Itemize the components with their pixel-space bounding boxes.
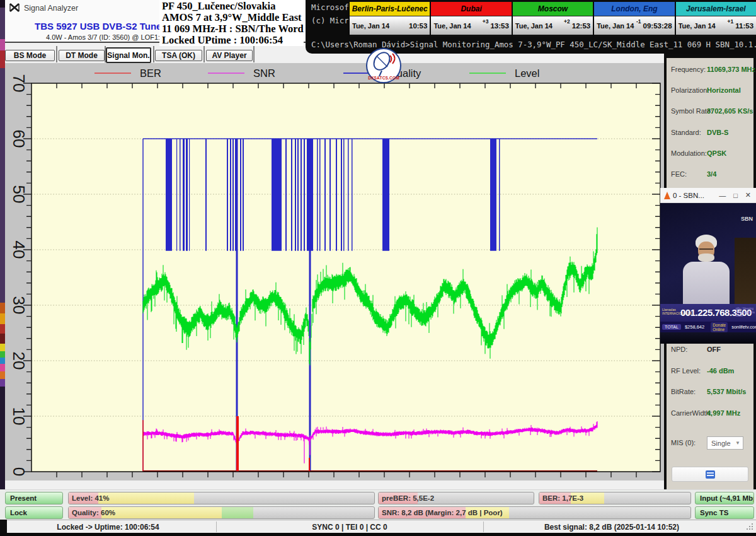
save-snapshot-button[interactable] — [672, 467, 748, 482]
vlc-window: 0 - SBN... — □ ✕ SBN LlamadasINTERNACION… — [660, 188, 756, 344]
y-axis-label: 30 — [8, 294, 30, 317]
terminal-line-2: (c) Micro — [311, 16, 353, 25]
info-value: QPSK — [707, 149, 726, 157]
tab-signal-mon[interactable]: Signal Mon. — [106, 47, 151, 63]
clock-city-label: Berlin-Paris-Lučenec — [350, 2, 430, 16]
info-value: OFF — [707, 346, 721, 353]
info-label: NPD: — [671, 346, 687, 353]
signal-chart-panel: BERSNRQualityLevel 010203040506070 — [5, 63, 664, 481]
screen: Signal Analyzer TBS 5927 USB DVB-S2 Tune… — [0, 0, 756, 536]
desktop-edge-strip — [0, 0, 5, 489]
tab-dt-mode[interactable]: DT Mode — [59, 50, 105, 61]
tuner-name: TBS 5927 USB DVB-S2 Tuner — [35, 21, 165, 32]
clock-time: 12:53 — [572, 22, 590, 30]
bar-label: Quality: 60% — [72, 507, 115, 518]
vlc-minimize-button[interactable]: — — [719, 192, 726, 199]
vlc-video[interactable]: SBN LlamadasINTERNACIONALES 001.225.768.… — [660, 203, 756, 344]
bar-label: SNR: 8,2 dB (Margin: 2,7 dB | Poor) — [382, 507, 503, 518]
grip-dot — [752, 526, 753, 527]
clock-time: 11:53 — [735, 22, 753, 30]
clock-time: 09:53:28 — [643, 22, 672, 30]
total-label: TOTAL — [662, 324, 681, 330]
grip-dot — [749, 528, 750, 530]
legend-snr: SNR — [208, 66, 275, 80]
window-title: Signal Analyzer — [24, 4, 78, 13]
studio-desk — [660, 332, 756, 344]
info-label: BitRate: — [671, 388, 696, 395]
tab-av-player[interactable]: AV Player — [206, 50, 253, 61]
strip-segment — [0, 364, 5, 371]
clock-date: Tue, Jan 14 — [597, 22, 634, 30]
overlay-line-2: AMOS 7 at 3,9°W_Middle East — [162, 12, 304, 23]
banner-right-text: gifts / blessingcongratulationsfollow — [735, 307, 755, 318]
info-label: Modulation: — [671, 149, 707, 157]
bar-label: Level: 41% — [72, 492, 109, 504]
world-clock-berlin-paris-lu-enec: Berlin-Paris-LučenecTue, Jan 1410:53 — [348, 2, 430, 37]
info-value: 11069,373 MHz — [707, 66, 755, 73]
clock-date: Tue, Jan 14 — [352, 22, 389, 30]
clock-city-label: Moscow — [513, 2, 593, 16]
info-label: RF Level: — [671, 367, 701, 375]
info-label: FEC: — [671, 170, 687, 178]
strip-segment — [0, 351, 5, 358]
vlc-titlebar[interactable]: 0 - SBN... — □ ✕ — [660, 188, 756, 203]
statusbar-uptime: Locked -> Uptime: 100:06:54 — [0, 520, 216, 533]
bar-label: BER: 1,7E-3 — [542, 492, 583, 504]
sbn-watermark: SBN — [741, 216, 753, 222]
tab-separator — [203, 46, 205, 62]
clock-time-row: Tue, Jan 14+313:53 — [431, 16, 511, 35]
grip-dot — [747, 528, 748, 530]
info-value: 4,997 MHz — [707, 409, 740, 417]
info-row-frequency: Frequency:11069,373 MHz — [667, 66, 753, 78]
clock-time-row: Tue, Jan 14+212:53 — [513, 16, 593, 35]
strip-segment — [0, 387, 5, 489]
tab-separator — [56, 46, 57, 62]
strip-segment — [0, 50, 5, 68]
y-axis-label: 20 — [8, 349, 30, 372]
clock-time-row: Tue, Jan 14-109:53:28 — [594, 16, 674, 35]
terminal-prompt: C:\Users\Roman Dávid>Signal Monitoring_A… — [311, 40, 756, 49]
mis-value: Single — [711, 440, 731, 447]
y-axis-label: 50 — [8, 183, 30, 206]
disk-icon — [706, 470, 715, 479]
statusbar-sync: SYNC 0 | TEI 0 | CC 0 — [216, 520, 483, 533]
legend-level: Level — [469, 66, 539, 80]
info-value: 3/4 — [707, 170, 716, 178]
mis-dropdown[interactable]: Single▼ — [707, 436, 743, 450]
world-clock-dubai: DubaiTue, Jan 14+313:53 — [430, 2, 511, 37]
clock-utc-offset: +1 — [728, 16, 734, 25]
vlc-cone-icon — [664, 192, 670, 199]
clock-city-label: Dubai — [431, 2, 511, 16]
info-row-npd: NPD:OFF — [667, 346, 753, 358]
overlay-line-3: 11 069 MHz-H : SBN/The Word — [162, 23, 304, 35]
mis-label: MIS (0): — [671, 439, 696, 446]
info-value: 5,537 Mbit/s — [707, 388, 746, 395]
info-value: Horizontal — [707, 86, 741, 94]
legend-line-swatch — [208, 73, 244, 74]
strip-segment — [0, 334, 5, 344]
overlay-line-4: Locked UPtime : 100:06:54 — [162, 35, 304, 46]
info-label: Frequency: — [671, 66, 706, 73]
info-row-standard: Standard:DVB-S — [667, 129, 753, 141]
overlay-line-1: PF 450_Lučenec/Slovakia — [162, 1, 304, 12]
website-label: sonlifetv.com — [731, 324, 756, 330]
status-pill-present: Present — [5, 492, 63, 504]
info-row-fec: FEC:3/4 — [667, 170, 753, 183]
tab-tsa-ok[interactable]: TSA (OK) — [155, 50, 202, 61]
info-value: -46 dBm — [707, 367, 734, 375]
y-axis-label: 60 — [8, 127, 30, 150]
phone-banner: LlamadasINTERNACIONALES 001.225.768.3500… — [660, 304, 756, 322]
tab-bs-mode[interactable]: BS Mode — [5, 50, 55, 61]
resize-grip[interactable] — [746, 523, 754, 532]
vlc-maximize-button[interactable]: □ — [733, 192, 738, 199]
vlc-close-button[interactable]: ✕ — [745, 191, 751, 199]
y-axis-label: 70 — [8, 72, 30, 95]
person-body — [683, 262, 730, 306]
status-bar-snr: SNR: 8,2 dB (Margin: 2,7 dB | Poor) — [378, 506, 691, 519]
status-bar-ber: BER: 1,7E-3 — [539, 492, 691, 504]
clock-city-label: London, Eng — [594, 2, 674, 16]
status-pill-sync-ts: Sync TS — [695, 506, 754, 519]
strip-segment — [0, 358, 5, 364]
info-row-modulation: Modulation:QPSK — [667, 149, 753, 162]
grip-dot — [749, 526, 750, 527]
